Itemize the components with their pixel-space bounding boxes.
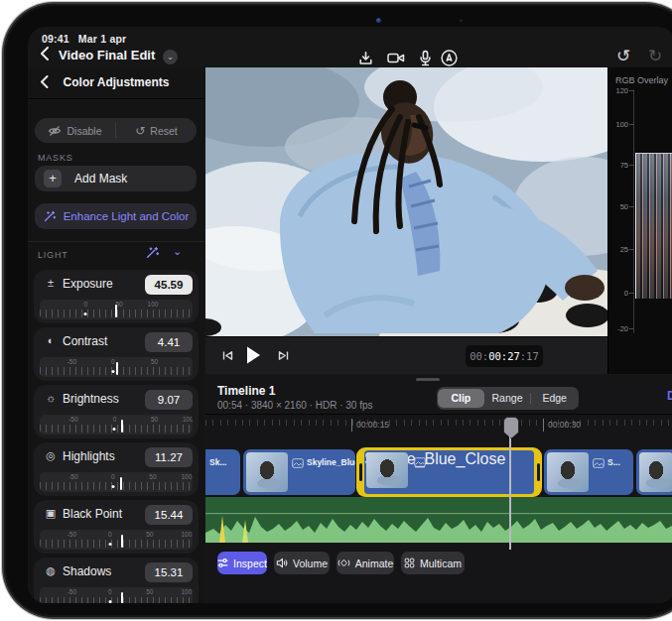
clip-thumbnail — [246, 452, 288, 492]
pencil-tools-icon[interactable] — [440, 49, 459, 67]
scope-waveform — [635, 154, 672, 299]
highlights-value-field[interactable]: 11.27 — [145, 447, 193, 467]
clip-skyline-blue-wide[interactable]: Skyline_Blue_Wide — [243, 449, 355, 495]
reset-label: Reset — [150, 125, 177, 137]
light-section-label: LIGHT — [38, 250, 68, 260]
tick-label: 50 — [151, 358, 158, 365]
zero-dot — [113, 428, 116, 431]
tick-marks — [40, 482, 193, 490]
import-icon[interactable] — [356, 49, 375, 67]
clip-skyline-partial[interactable]: Sk... — [205, 449, 240, 495]
right-trim-handle[interactable] — [537, 463, 540, 481]
value-marker[interactable] — [115, 305, 117, 317]
shadows-slider[interactable]: -50 0 50 100 — [40, 587, 193, 603]
volume-button[interactable]: Volume — [274, 552, 330, 574]
tick-label: 100 — [181, 473, 192, 480]
back-chevron-icon[interactable] — [40, 47, 50, 61]
skip-forward-icon[interactable] — [277, 349, 290, 362]
contrast-value-field[interactable]: 4.41 — [145, 332, 193, 352]
scope-tick: 120 — [608, 86, 628, 95]
masks-section-label: MASKS — [38, 153, 73, 163]
photo-icon — [414, 457, 426, 467]
contrast-control: ◐ Contrast 4.41 -50 0 50 — [34, 327, 199, 381]
tick-label: 0 — [111, 473, 115, 480]
ruler-major-tick — [543, 419, 544, 432]
black-point-control: ▣ Black Point 15.44 -50 0 50 100 — [34, 500, 199, 554]
tick-marks — [40, 597, 193, 603]
clip-skyline-blue-close-selected[interactable]: Skyline_Blue_Close — [356, 447, 542, 497]
value-marker[interactable] — [116, 362, 118, 375]
tick-label: 0 — [108, 531, 112, 538]
mode-clip[interactable]: Clip — [438, 389, 484, 408]
value-marker[interactable] — [121, 592, 123, 603]
mode-range[interactable]: Range — [484, 389, 531, 408]
photo-icon — [593, 458, 605, 468]
inspect-sliders-icon — [217, 558, 228, 568]
timeline-ruler[interactable] — [205, 420, 672, 426]
tick-label: -50 — [68, 473, 77, 480]
timeline-name: Timeline 1 — [217, 384, 275, 398]
multicam-button[interactable]: Multicam — [401, 552, 465, 574]
audio-track[interactable] — [205, 497, 672, 543]
scope-title: RGB Overlay — [615, 75, 668, 85]
left-trim-handle[interactable] — [359, 463, 362, 481]
mode-edge[interactable]: Edge — [531, 389, 578, 408]
value-marker[interactable] — [121, 420, 123, 433]
disable-button[interactable]: Disable — [35, 118, 115, 143]
sensor-dot — [460, 19, 463, 22]
brightness-slider[interactable]: -50 0 50 100 — [40, 415, 193, 435]
video-viewer[interactable] — [205, 67, 607, 336]
brightness-value-field[interactable]: 9.07 — [145, 390, 193, 410]
highlights-control: ◎ Highlights 11.27 -50 0 50 100 — [34, 442, 199, 496]
play-button[interactable] — [245, 345, 261, 365]
exposure-value-field[interactable]: 45.59 — [145, 275, 193, 295]
shadows-control: ◍ Shadows 15.31 -50 0 50 100 — [34, 558, 199, 603]
highlights-slider[interactable]: -50 0 50 100 — [40, 472, 193, 492]
mic-icon[interactable] — [416, 49, 435, 67]
collapse-chevron-icon[interactable]: ⌄ — [173, 245, 182, 258]
reset-undo-icon: ↺ — [135, 124, 145, 138]
shadows-icon: ◍ — [44, 564, 58, 577]
multicam-grid-icon — [404, 558, 415, 568]
clip-name: Skyline_Blue_Wide — [307, 457, 355, 467]
enhance-light-color-button[interactable]: Enhance Light and Color — [35, 203, 197, 229]
control-label: Black Point — [63, 507, 122, 521]
zero-dot — [111, 485, 114, 488]
inspect-button[interactable]: Inspect — [217, 552, 267, 574]
shadows-value-field[interactable]: 15.31 — [145, 562, 193, 582]
black-point-slider[interactable]: -50 0 50 100 — [40, 530, 193, 550]
exposure-slider[interactable]: 0 50 100 — [40, 300, 193, 319]
value-marker[interactable] — [121, 535, 123, 548]
tick-label: 100 — [183, 416, 193, 423]
volume-label: Volume — [293, 558, 328, 569]
project-title[interactable]: Video Final Edit — [59, 48, 155, 62]
clip-partial-right[interactable] — [636, 449, 672, 495]
auto-enhance-wand-icon[interactable] — [145, 246, 159, 260]
tick-label: 100 — [181, 531, 192, 538]
reset-button[interactable]: ↺ Reset — [116, 118, 197, 143]
black-point-value-field[interactable]: 15.44 — [145, 505, 193, 525]
undo-icon[interactable]: ↺ — [616, 46, 630, 66]
photo-icon — [292, 458, 304, 468]
animate-button[interactable]: Animate — [336, 552, 394, 574]
black-point-icon: ▣ — [44, 507, 58, 520]
ruler-label: 00:00:15 — [356, 420, 389, 430]
playhead-handle[interactable] — [503, 417, 519, 438]
skip-back-icon[interactable] — [221, 349, 234, 362]
control-label: Contrast — [63, 334, 107, 348]
header-divider — [205, 414, 672, 415]
value-marker[interactable] — [120, 477, 122, 490]
timecode-hours: 00: — [470, 350, 488, 362]
add-mask-button[interactable]: + Add Mask — [35, 166, 197, 191]
rgb-overlay-scope: RGB Overlay 120 100 75 50 25 0 -20 — [607, 67, 672, 374]
drag-handle[interactable] — [416, 378, 440, 381]
control-label: Shadows — [63, 564, 111, 578]
title-dropdown-icon[interactable]: ⌄ — [163, 50, 178, 64]
clip-s-truncated[interactable]: S... — [544, 449, 633, 495]
clipped-edge-button[interactable]: D — [667, 389, 672, 405]
camera-icon[interactable] — [386, 49, 405, 67]
contrast-slider[interactable]: -50 0 50 — [40, 357, 193, 377]
scope-tick: 50 — [608, 202, 628, 211]
disable-reset-segment: Disable ↺ Reset — [35, 118, 197, 143]
timecode-display[interactable]: 00:00:27:17 — [466, 345, 543, 367]
